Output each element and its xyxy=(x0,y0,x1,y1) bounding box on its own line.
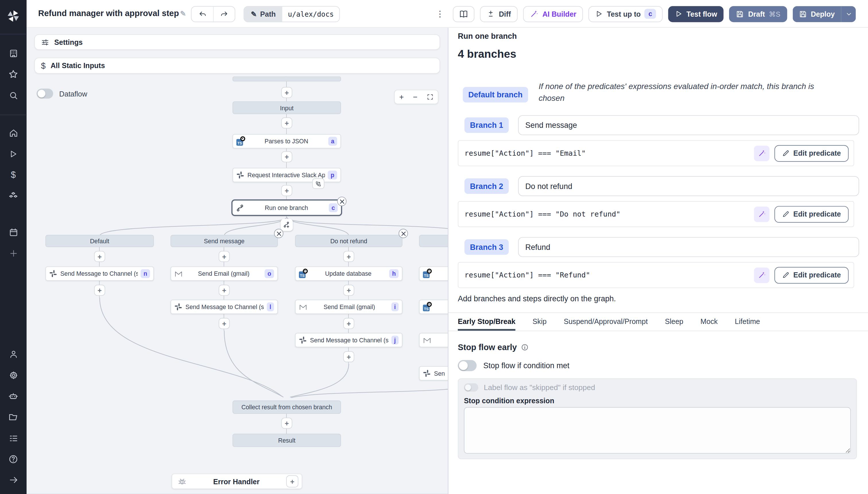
edit-predicate-button[interactable]: Edit predicate xyxy=(774,206,848,222)
ai-wand-button[interactable] xyxy=(754,145,770,161)
step-node-slack-message[interactable]: Send Message to Channel (slack) n xyxy=(45,267,154,281)
branch-2-summary-input[interactable] xyxy=(518,176,859,196)
tab-sleep[interactable]: Sleep xyxy=(665,313,683,331)
test-up-to-button[interactable]: Test up to c xyxy=(589,6,663,22)
tab-lifetime[interactable]: Lifetime xyxy=(735,313,760,331)
step-node-slack-message[interactable]: Send Message to Channel (slack) l xyxy=(171,300,278,314)
step-id-badge: o xyxy=(265,269,274,278)
flow-settings-row[interactable]: Settings xyxy=(35,35,440,50)
error-handler-bar[interactable]: Error Handler + xyxy=(172,474,302,489)
add-step-button[interactable]: + xyxy=(343,251,355,262)
workspace-icon[interactable] xyxy=(4,44,22,62)
branch-header-default[interactable]: Default xyxy=(45,235,154,247)
info-icon xyxy=(521,343,529,351)
workers-robot-icon[interactable] xyxy=(4,387,22,405)
edit-predicate-button[interactable]: Edit predicate xyxy=(774,145,848,162)
edit-title-pencil-icon[interactable]: ✎ xyxy=(180,10,186,18)
logs-list-icon[interactable] xyxy=(4,430,22,447)
zoom-in-icon[interactable]: + xyxy=(399,93,404,101)
add-step-button[interactable]: + xyxy=(281,87,293,98)
add-step-button[interactable]: + xyxy=(343,351,355,362)
add-branch-button[interactable] xyxy=(281,219,293,231)
add-step-button[interactable]: + xyxy=(94,285,105,296)
home-icon[interactable] xyxy=(4,124,22,142)
path-button[interactable]: ✎Path xyxy=(244,6,282,21)
branch-header-send-message[interactable]: Send message xyxy=(171,235,278,247)
branch-header-partial[interactable] xyxy=(419,235,448,247)
step-node-partial[interactable]: TS xyxy=(419,300,448,314)
schedules-calendar-icon[interactable] xyxy=(4,223,22,241)
step-node-update-database[interactable]: TS Update database h xyxy=(295,267,402,281)
all-static-inputs-row[interactable]: $ All Static Inputs xyxy=(35,58,440,74)
draft-button[interactable]: Draft ⌘S xyxy=(729,6,787,22)
add-step-button[interactable]: + xyxy=(281,418,293,429)
step-node-partial[interactable]: Sen xyxy=(419,366,448,381)
variables-dollar-icon[interactable]: $ xyxy=(4,166,22,184)
add-step-button[interactable]: + xyxy=(219,318,230,329)
branch-header-do-not-refund[interactable]: Do not refund xyxy=(295,235,402,247)
add-step-button[interactable]: + xyxy=(343,285,355,296)
label-skipped-toggle[interactable] xyxy=(464,383,478,392)
favorites-star-icon[interactable] xyxy=(4,65,22,83)
branch-1-summary-input[interactable] xyxy=(518,115,859,135)
runs-play-icon[interactable] xyxy=(4,145,22,163)
settings-gear-icon[interactable] xyxy=(4,366,22,384)
tab-mock[interactable]: Mock xyxy=(701,313,717,331)
step-node-slack-approval[interactable]: Request Interactive Slack Approval (... … xyxy=(233,168,341,182)
flow-graph-canvas[interactable]: Settings $ All Static Inputs Dataflow + … xyxy=(27,27,448,494)
step-node-send-email[interactable]: Send Email (gmail) o xyxy=(171,267,278,281)
step-node-slack-message[interactable]: Send Message to Channel (slack) j xyxy=(295,333,402,347)
sidebar-divider xyxy=(0,34,27,35)
add-step-button[interactable]: + xyxy=(281,151,293,162)
dataflow-toggle[interactable] xyxy=(37,89,53,99)
add-step-button[interactable]: + xyxy=(343,318,355,329)
more-menu-kebab-icon[interactable]: ⋮ xyxy=(433,9,448,19)
delete-branch-button[interactable] xyxy=(274,229,283,238)
resources-cubes-icon[interactable] xyxy=(4,187,22,205)
deploy-button[interactable]: Deploy xyxy=(792,6,841,22)
fit-view-icon[interactable] xyxy=(427,94,433,100)
collect-result-node[interactable]: Collect result from chosen branch xyxy=(233,400,341,414)
folders-icon[interactable] xyxy=(4,408,22,426)
collapse-arrow-icon[interactable] xyxy=(4,471,22,489)
add-step-button[interactable]: + xyxy=(281,117,293,129)
dataflow-toggle-row: Dataflow xyxy=(37,89,87,99)
ai-builder-button[interactable]: AI Builder xyxy=(523,6,583,22)
delete-step-button[interactable] xyxy=(337,197,347,206)
add-step-button[interactable]: + xyxy=(94,251,105,262)
add-step-button[interactable]: + xyxy=(219,251,230,262)
stop-flow-toggle[interactable] xyxy=(458,360,477,372)
ai-wand-button[interactable] xyxy=(754,206,770,222)
path-value[interactable]: u/alex/docs xyxy=(282,6,339,21)
undo-button[interactable] xyxy=(192,6,213,21)
branch-3-summary-input[interactable] xyxy=(518,237,859,257)
deploy-dropdown-chevron-icon[interactable] xyxy=(841,6,856,22)
tab-skip[interactable]: Skip xyxy=(532,313,547,331)
search-icon[interactable] xyxy=(4,87,22,104)
step-node-partial[interactable] xyxy=(419,333,448,347)
stop-condition-expression-input[interactable] xyxy=(464,407,851,454)
redo-button[interactable] xyxy=(213,6,235,21)
docs-book-button[interactable] xyxy=(453,6,474,22)
step-node-parses-to-json[interactable]: TS Parses to JSON a xyxy=(233,134,341,149)
add-plus-icon[interactable] xyxy=(4,244,22,262)
step-node-send-email[interactable]: Send Email (gmail) i xyxy=(295,300,402,314)
step-node-run-one-branch[interactable]: Run one branch c xyxy=(231,199,342,216)
user-icon[interactable] xyxy=(4,345,22,363)
test-flow-button[interactable]: Test flow xyxy=(668,6,724,22)
zoom-out-icon[interactable]: − xyxy=(413,93,418,101)
result-node[interactable]: Result xyxy=(233,434,341,447)
delete-branch-button[interactable] xyxy=(399,229,408,238)
tab-suspend[interactable]: Suspend/Approval/Prompt xyxy=(564,313,648,331)
diff-button[interactable]: Diff xyxy=(480,6,517,22)
tab-early-stop[interactable]: Early Stop/Break xyxy=(458,313,515,331)
add-error-handler-button[interactable]: + xyxy=(286,475,298,488)
add-step-button[interactable]: + xyxy=(281,185,293,196)
add-step-button[interactable]: + xyxy=(219,285,230,296)
input-node[interactable]: Input xyxy=(233,101,341,114)
edit-predicate-button[interactable]: Edit predicate xyxy=(774,267,848,284)
windmill-logo-icon[interactable] xyxy=(4,7,22,25)
help-icon[interactable] xyxy=(4,450,22,468)
step-node-partial[interactable]: TS xyxy=(419,267,448,281)
ai-wand-button[interactable] xyxy=(754,267,770,283)
